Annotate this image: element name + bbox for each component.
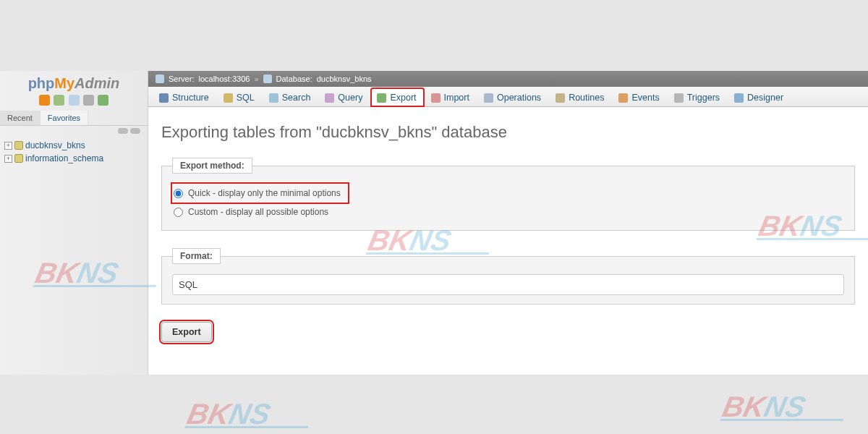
- tab-structure-label: Structure: [172, 93, 209, 103]
- sidebar-tab-favorites[interactable]: Favorites: [41, 111, 88, 125]
- sidebar-tab-recent[interactable]: Recent: [0, 111, 41, 125]
- tab-import[interactable]: Import: [425, 88, 477, 106]
- tab-operations[interactable]: Operations: [477, 88, 549, 106]
- main: Server: localhost:3306 » Database: ducbk…: [148, 71, 868, 375]
- server-icon: [156, 75, 164, 83]
- sidebar-tabs: Recent Favorites: [0, 111, 148, 126]
- database-tree: + ducbknsv_bkns + information_schema: [0, 136, 148, 168]
- export-method-quick-label: Quick - display only the minimal options: [188, 188, 341, 198]
- database-icon: [14, 154, 23, 163]
- bc-database-value[interactable]: ducbknsv_bkns: [317, 75, 372, 83]
- export-icon: [377, 93, 386, 103]
- export-button[interactable]: Export: [161, 322, 212, 342]
- database-icon: [263, 75, 272, 83]
- expand-icon[interactable]: +: [4, 155, 12, 163]
- triggers-icon: [674, 93, 684, 103]
- sql-icon: [224, 93, 233, 103]
- tab-query-label: Query: [338, 93, 362, 103]
- tab-designer[interactable]: Designer: [728, 88, 791, 106]
- link-icon[interactable]: [130, 128, 140, 134]
- tab-search-label: Search: [282, 93, 311, 103]
- docs-icon[interactable]: [69, 95, 80, 106]
- tree-item-db2[interactable]: + information_schema: [4, 152, 143, 165]
- export-method-custom-row[interactable]: Custom - display all possible options: [172, 203, 844, 221]
- home-icon[interactable]: [39, 95, 50, 106]
- bc-database-label: Database:: [276, 75, 312, 83]
- expand-icon[interactable]: +: [4, 142, 12, 150]
- logout-icon[interactable]: [54, 95, 64, 106]
- tab-export[interactable]: Export: [370, 88, 424, 107]
- tab-query[interactable]: Query: [318, 88, 370, 106]
- reload-icon[interactable]: [98, 95, 109, 106]
- breadcrumb-separator: »: [254, 75, 258, 83]
- export-method-custom-radio[interactable]: [174, 208, 183, 217]
- routines-icon: [556, 93, 565, 103]
- designer-icon: [734, 93, 744, 103]
- sidebar-toolbar: [0, 92, 148, 111]
- bc-server-label: Server:: [169, 75, 194, 83]
- tab-triggers[interactable]: Triggers: [668, 88, 728, 106]
- import-icon: [431, 93, 441, 103]
- tab-designer-label: Designer: [747, 93, 783, 103]
- sidebar-collapse-row: [0, 126, 148, 136]
- watermark: BKNS: [720, 391, 850, 421]
- export-method-quick-radio[interactable]: [174, 189, 183, 198]
- breadcrumb: Server: localhost:3306 » Database: ducbk…: [148, 71, 868, 87]
- tab-events-label: Events: [631, 93, 659, 103]
- export-method-legend: Export method:: [172, 158, 252, 174]
- tab-sql-label: SQL: [237, 93, 255, 103]
- format-fieldset: Format: SQL: [161, 248, 855, 305]
- tree-db2-label[interactable]: information_schema: [25, 152, 103, 165]
- tab-export-label: Export: [390, 93, 416, 103]
- tab-bar: Structure SQL Search Query Export Import…: [148, 87, 868, 107]
- export-method-fieldset: Export method: Quick - display only the …: [161, 158, 855, 231]
- logo-admin: Admin: [75, 75, 119, 91]
- page-title: Exporting tables from "ducbknsv_bkns" da…: [161, 123, 855, 142]
- collapse-icon[interactable]: [118, 128, 128, 134]
- tab-operations-label: Operations: [497, 93, 541, 103]
- tab-routines[interactable]: Routines: [549, 88, 612, 106]
- sidebar: phpMyAdmin Recent Favorites + ducbknsv_b…: [0, 71, 148, 375]
- tree-db1-label[interactable]: ducbknsv_bkns: [25, 139, 85, 152]
- tab-structure[interactable]: Structure: [153, 88, 217, 106]
- events-icon: [618, 93, 628, 103]
- structure-icon: [159, 93, 169, 103]
- logo[interactable]: phpMyAdmin: [0, 71, 148, 92]
- query-icon: [325, 93, 334, 103]
- tab-import-label: Import: [444, 93, 469, 103]
- export-method-quick-row[interactable]: Quick - display only the minimal options: [172, 184, 348, 203]
- content: Exporting tables from "ducbknsv_bkns" da…: [148, 107, 868, 375]
- search-icon: [269, 93, 278, 103]
- tab-search[interactable]: Search: [263, 88, 319, 106]
- tab-triggers-label: Triggers: [687, 93, 720, 103]
- tab-sql[interactable]: SQL: [217, 88, 263, 106]
- database-icon: [14, 141, 23, 150]
- logo-my: My: [54, 75, 75, 91]
- logo-php: php: [28, 75, 55, 91]
- export-method-custom-label: Custom - display all possible options: [188, 207, 328, 217]
- format-select[interactable]: SQL: [172, 274, 844, 295]
- format-legend: Format:: [172, 248, 221, 264]
- settings-icon[interactable]: [83, 95, 94, 106]
- watermark: BKNS: [185, 398, 315, 428]
- tab-events[interactable]: Events: [612, 88, 667, 106]
- operations-icon: [484, 93, 493, 103]
- bc-server-value[interactable]: localhost:3306: [198, 75, 250, 83]
- tree-item-db1[interactable]: + ducbknsv_bkns: [4, 139, 143, 152]
- tab-routines-label: Routines: [569, 93, 604, 103]
